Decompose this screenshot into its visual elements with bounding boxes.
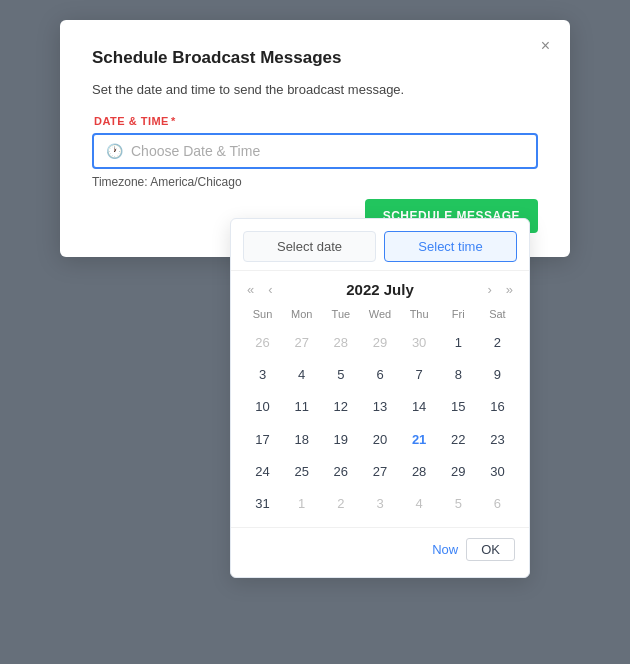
calendar-row: 262728293012	[243, 328, 517, 358]
calendar-day[interactable]: 3	[360, 489, 399, 519]
calendar-day[interactable]: 23	[478, 425, 517, 455]
calendar-day[interactable]: 26	[321, 457, 360, 487]
calendar-day[interactable]: 12	[321, 392, 360, 422]
modal-overlay: Schedule Broadcast Messages × Set the da…	[0, 0, 630, 664]
calendar-day[interactable]: 15	[439, 392, 478, 422]
calendar-row: 17181920212223	[243, 425, 517, 455]
timezone-text: Timezone: America/Chicago	[92, 175, 538, 189]
calendar-day[interactable]: 6	[478, 489, 517, 519]
day-name: Sun	[243, 304, 282, 324]
calendar-row: 24252627282930	[243, 457, 517, 487]
calendar-day[interactable]: 10	[243, 392, 282, 422]
calendar-day[interactable]: 8	[439, 360, 478, 390]
calendar-day[interactable]: 3	[243, 360, 282, 390]
day-name: Sat	[478, 304, 517, 324]
clock-icon: 🕐	[106, 143, 123, 159]
calendar-day[interactable]: 31	[243, 489, 282, 519]
calendar-day[interactable]: 30	[478, 457, 517, 487]
day-name: Mon	[282, 304, 321, 324]
calendar-day[interactable]: 11	[282, 392, 321, 422]
calendar-day[interactable]: 28	[400, 457, 439, 487]
calendar-grid: SunMonTueWedThuFriSat 262728293012345678…	[231, 304, 529, 519]
calendar-day[interactable]: 25	[282, 457, 321, 487]
calendar-day[interactable]: 27	[360, 457, 399, 487]
date-input-placeholder: Choose Date & Time	[131, 143, 260, 159]
calendar-month-year: 2022 July	[283, 281, 478, 298]
calendar-day[interactable]: 29	[439, 457, 478, 487]
calendar-day[interactable]: 4	[282, 360, 321, 390]
date-time-input[interactable]: 🕐 Choose Date & Time	[92, 133, 538, 169]
calendar-day[interactable]: 21	[400, 425, 439, 455]
day-name: Thu	[400, 304, 439, 324]
calendar-nav: « ‹ 2022 July › »	[231, 271, 529, 304]
select-date-button[interactable]: Select date	[243, 231, 376, 262]
prev-button[interactable]: ‹	[264, 281, 276, 298]
calendar-day[interactable]: 19	[321, 425, 360, 455]
next-next-button[interactable]: »	[502, 281, 517, 298]
modal-container: Schedule Broadcast Messages × Set the da…	[60, 20, 570, 257]
picker-top: Select date Select time	[231, 219, 529, 271]
calendar-day[interactable]: 2	[478, 328, 517, 358]
day-name: Wed	[360, 304, 399, 324]
select-time-button[interactable]: Select time	[384, 231, 517, 262]
calendar-day[interactable]: 13	[360, 392, 399, 422]
field-label: DATE & TIME*	[92, 115, 538, 127]
day-name: Fri	[439, 304, 478, 324]
next-button[interactable]: ›	[483, 281, 495, 298]
modal-description: Set the date and time to send the broadc…	[92, 82, 538, 97]
close-button[interactable]: ×	[541, 38, 550, 54]
calendar-day[interactable]: 6	[360, 360, 399, 390]
calendar-day[interactable]: 30	[400, 328, 439, 358]
calendar-day[interactable]: 4	[400, 489, 439, 519]
calendar-day[interactable]: 5	[439, 489, 478, 519]
calendar-day[interactable]: 14	[400, 392, 439, 422]
prev-prev-button[interactable]: «	[243, 281, 258, 298]
calendar-row: 31123456	[243, 489, 517, 519]
calendar-day[interactable]: 7	[400, 360, 439, 390]
calendar-day[interactable]: 22	[439, 425, 478, 455]
day-name: Tue	[321, 304, 360, 324]
calendar-day[interactable]: 1	[282, 489, 321, 519]
calendar-picker: Select date Select time « ‹ 2022 July › …	[230, 218, 530, 578]
calendar-header: SunMonTueWedThuFriSat	[243, 304, 517, 324]
calendar-day[interactable]: 28	[321, 328, 360, 358]
calendar-day[interactable]: 29	[360, 328, 399, 358]
calendar-day[interactable]: 18	[282, 425, 321, 455]
modal-title: Schedule Broadcast Messages	[92, 48, 538, 68]
now-button[interactable]: Now	[432, 538, 458, 561]
calendar-day[interactable]: 24	[243, 457, 282, 487]
calendar-day[interactable]: 20	[360, 425, 399, 455]
calendar-day[interactable]: 27	[282, 328, 321, 358]
calendar-day[interactable]: 9	[478, 360, 517, 390]
ok-button[interactable]: OK	[466, 538, 515, 561]
calendar-day[interactable]: 2	[321, 489, 360, 519]
calendar-day[interactable]: 17	[243, 425, 282, 455]
calendar-day[interactable]: 26	[243, 328, 282, 358]
calendar-footer: Now OK	[231, 527, 529, 565]
calendar-day[interactable]: 5	[321, 360, 360, 390]
calendar-row: 10111213141516	[243, 392, 517, 422]
calendar-day[interactable]: 16	[478, 392, 517, 422]
calendar-row: 3456789	[243, 360, 517, 390]
calendar-day[interactable]: 1	[439, 328, 478, 358]
